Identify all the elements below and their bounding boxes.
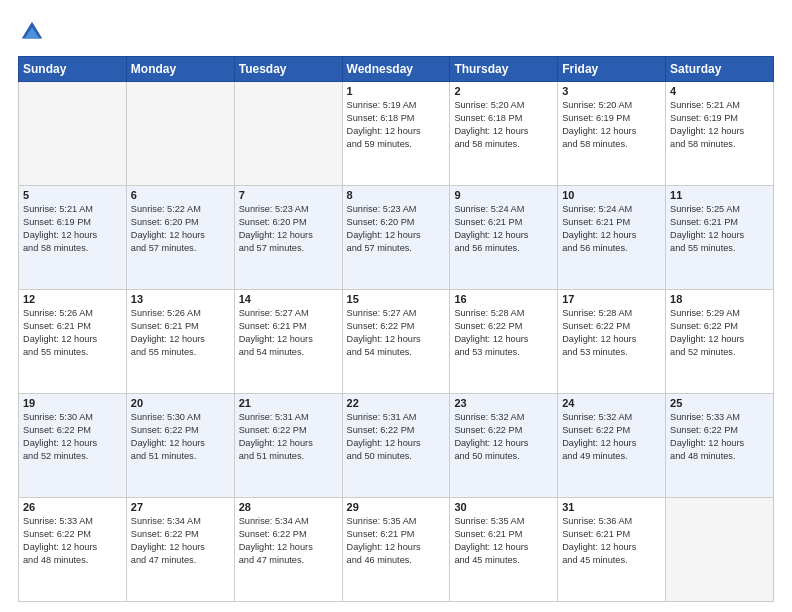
day-info: Sunrise: 5:19 AM Sunset: 6:18 PM Dayligh… — [347, 99, 446, 151]
day-number: 22 — [347, 397, 446, 409]
day-cell-31: 31Sunrise: 5:36 AM Sunset: 6:21 PM Dayli… — [558, 498, 666, 602]
day-number: 25 — [670, 397, 769, 409]
day-info: Sunrise: 5:27 AM Sunset: 6:22 PM Dayligh… — [347, 307, 446, 359]
day-cell-20: 20Sunrise: 5:30 AM Sunset: 6:22 PM Dayli… — [126, 394, 234, 498]
day-cell-26: 26Sunrise: 5:33 AM Sunset: 6:22 PM Dayli… — [19, 498, 127, 602]
day-cell-21: 21Sunrise: 5:31 AM Sunset: 6:22 PM Dayli… — [234, 394, 342, 498]
day-cell-12: 12Sunrise: 5:26 AM Sunset: 6:21 PM Dayli… — [19, 290, 127, 394]
day-cell-empty — [19, 82, 127, 186]
day-cell-17: 17Sunrise: 5:28 AM Sunset: 6:22 PM Dayli… — [558, 290, 666, 394]
day-info: Sunrise: 5:27 AM Sunset: 6:21 PM Dayligh… — [239, 307, 338, 359]
day-cell-19: 19Sunrise: 5:30 AM Sunset: 6:22 PM Dayli… — [19, 394, 127, 498]
day-cell-empty — [234, 82, 342, 186]
day-info: Sunrise: 5:35 AM Sunset: 6:21 PM Dayligh… — [454, 515, 553, 567]
day-info: Sunrise: 5:30 AM Sunset: 6:22 PM Dayligh… — [131, 411, 230, 463]
day-number: 10 — [562, 189, 661, 201]
week-row-4: 19Sunrise: 5:30 AM Sunset: 6:22 PM Dayli… — [19, 394, 774, 498]
day-info: Sunrise: 5:31 AM Sunset: 6:22 PM Dayligh… — [347, 411, 446, 463]
day-number: 29 — [347, 501, 446, 513]
day-number: 18 — [670, 293, 769, 305]
col-header-monday: Monday — [126, 57, 234, 82]
day-cell-10: 10Sunrise: 5:24 AM Sunset: 6:21 PM Dayli… — [558, 186, 666, 290]
logo-icon — [18, 18, 46, 46]
day-info: Sunrise: 5:36 AM Sunset: 6:21 PM Dayligh… — [562, 515, 661, 567]
day-cell-7: 7Sunrise: 5:23 AM Sunset: 6:20 PM Daylig… — [234, 186, 342, 290]
day-info: Sunrise: 5:28 AM Sunset: 6:22 PM Dayligh… — [562, 307, 661, 359]
day-number: 28 — [239, 501, 338, 513]
day-cell-28: 28Sunrise: 5:34 AM Sunset: 6:22 PM Dayli… — [234, 498, 342, 602]
day-cell-5: 5Sunrise: 5:21 AM Sunset: 6:19 PM Daylig… — [19, 186, 127, 290]
col-header-tuesday: Tuesday — [234, 57, 342, 82]
day-cell-11: 11Sunrise: 5:25 AM Sunset: 6:21 PM Dayli… — [666, 186, 774, 290]
day-cell-30: 30Sunrise: 5:35 AM Sunset: 6:21 PM Dayli… — [450, 498, 558, 602]
col-header-sunday: Sunday — [19, 57, 127, 82]
day-cell-1: 1Sunrise: 5:19 AM Sunset: 6:18 PM Daylig… — [342, 82, 450, 186]
day-info: Sunrise: 5:25 AM Sunset: 6:21 PM Dayligh… — [670, 203, 769, 255]
day-cell-empty — [666, 498, 774, 602]
day-cell-25: 25Sunrise: 5:33 AM Sunset: 6:22 PM Dayli… — [666, 394, 774, 498]
day-cell-18: 18Sunrise: 5:29 AM Sunset: 6:22 PM Dayli… — [666, 290, 774, 394]
day-cell-empty — [126, 82, 234, 186]
day-info: Sunrise: 5:22 AM Sunset: 6:20 PM Dayligh… — [131, 203, 230, 255]
day-cell-9: 9Sunrise: 5:24 AM Sunset: 6:21 PM Daylig… — [450, 186, 558, 290]
day-number: 19 — [23, 397, 122, 409]
day-cell-6: 6Sunrise: 5:22 AM Sunset: 6:20 PM Daylig… — [126, 186, 234, 290]
week-row-3: 12Sunrise: 5:26 AM Sunset: 6:21 PM Dayli… — [19, 290, 774, 394]
day-cell-2: 2Sunrise: 5:20 AM Sunset: 6:18 PM Daylig… — [450, 82, 558, 186]
day-cell-13: 13Sunrise: 5:26 AM Sunset: 6:21 PM Dayli… — [126, 290, 234, 394]
day-number: 20 — [131, 397, 230, 409]
day-cell-27: 27Sunrise: 5:34 AM Sunset: 6:22 PM Dayli… — [126, 498, 234, 602]
day-info: Sunrise: 5:23 AM Sunset: 6:20 PM Dayligh… — [239, 203, 338, 255]
day-info: Sunrise: 5:30 AM Sunset: 6:22 PM Dayligh… — [23, 411, 122, 463]
day-number: 17 — [562, 293, 661, 305]
day-cell-15: 15Sunrise: 5:27 AM Sunset: 6:22 PM Dayli… — [342, 290, 450, 394]
day-number: 24 — [562, 397, 661, 409]
day-info: Sunrise: 5:21 AM Sunset: 6:19 PM Dayligh… — [670, 99, 769, 151]
day-number: 8 — [347, 189, 446, 201]
day-number: 13 — [131, 293, 230, 305]
day-info: Sunrise: 5:34 AM Sunset: 6:22 PM Dayligh… — [239, 515, 338, 567]
day-info: Sunrise: 5:26 AM Sunset: 6:21 PM Dayligh… — [131, 307, 230, 359]
logo — [18, 18, 50, 46]
col-header-saturday: Saturday — [666, 57, 774, 82]
day-number: 26 — [23, 501, 122, 513]
day-info: Sunrise: 5:32 AM Sunset: 6:22 PM Dayligh… — [454, 411, 553, 463]
day-number: 11 — [670, 189, 769, 201]
day-number: 2 — [454, 85, 553, 97]
day-number: 30 — [454, 501, 553, 513]
day-cell-4: 4Sunrise: 5:21 AM Sunset: 6:19 PM Daylig… — [666, 82, 774, 186]
day-info: Sunrise: 5:20 AM Sunset: 6:19 PM Dayligh… — [562, 99, 661, 151]
day-cell-16: 16Sunrise: 5:28 AM Sunset: 6:22 PM Dayli… — [450, 290, 558, 394]
day-number: 4 — [670, 85, 769, 97]
day-info: Sunrise: 5:24 AM Sunset: 6:21 PM Dayligh… — [454, 203, 553, 255]
day-number: 27 — [131, 501, 230, 513]
day-number: 14 — [239, 293, 338, 305]
day-info: Sunrise: 5:35 AM Sunset: 6:21 PM Dayligh… — [347, 515, 446, 567]
calendar-header-row: SundayMondayTuesdayWednesdayThursdayFrid… — [19, 57, 774, 82]
col-header-friday: Friday — [558, 57, 666, 82]
day-number: 23 — [454, 397, 553, 409]
day-number: 3 — [562, 85, 661, 97]
day-number: 21 — [239, 397, 338, 409]
col-header-thursday: Thursday — [450, 57, 558, 82]
day-number: 6 — [131, 189, 230, 201]
day-cell-3: 3Sunrise: 5:20 AM Sunset: 6:19 PM Daylig… — [558, 82, 666, 186]
day-info: Sunrise: 5:31 AM Sunset: 6:22 PM Dayligh… — [239, 411, 338, 463]
day-info: Sunrise: 5:29 AM Sunset: 6:22 PM Dayligh… — [670, 307, 769, 359]
header — [18, 18, 774, 46]
day-info: Sunrise: 5:32 AM Sunset: 6:22 PM Dayligh… — [562, 411, 661, 463]
day-cell-29: 29Sunrise: 5:35 AM Sunset: 6:21 PM Dayli… — [342, 498, 450, 602]
day-cell-23: 23Sunrise: 5:32 AM Sunset: 6:22 PM Dayli… — [450, 394, 558, 498]
day-number: 5 — [23, 189, 122, 201]
day-number: 7 — [239, 189, 338, 201]
day-number: 9 — [454, 189, 553, 201]
day-number: 1 — [347, 85, 446, 97]
day-cell-8: 8Sunrise: 5:23 AM Sunset: 6:20 PM Daylig… — [342, 186, 450, 290]
day-info: Sunrise: 5:24 AM Sunset: 6:21 PM Dayligh… — [562, 203, 661, 255]
day-info: Sunrise: 5:21 AM Sunset: 6:19 PM Dayligh… — [23, 203, 122, 255]
day-number: 31 — [562, 501, 661, 513]
day-info: Sunrise: 5:23 AM Sunset: 6:20 PM Dayligh… — [347, 203, 446, 255]
day-info: Sunrise: 5:28 AM Sunset: 6:22 PM Dayligh… — [454, 307, 553, 359]
col-header-wednesday: Wednesday — [342, 57, 450, 82]
day-number: 16 — [454, 293, 553, 305]
